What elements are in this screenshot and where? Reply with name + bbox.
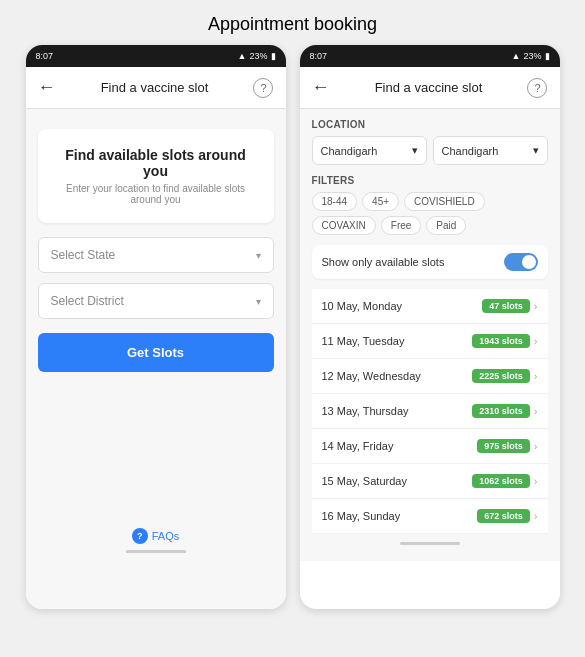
district-select-label: Select District [51,294,124,308]
scroll-indicator-1 [126,550,186,553]
slot-date: 13 May, Thursday [322,405,409,417]
slot-date: 14 May, Friday [322,440,394,452]
phone1-main: Find available slots around you Enter yo… [26,109,286,609]
status-time-1: 8:07 [36,51,54,61]
location-city-2: Chandigarh [442,145,499,157]
slot-right: 975 slots › [477,439,537,453]
slot-right: 2310 slots › [472,404,537,418]
slot-badge: 975 slots [477,439,530,453]
faqs-label: FAQs [152,530,180,542]
back-button-2[interactable]: ← [312,77,330,98]
chevron-right-icon: › [534,475,538,487]
chevron-right-icon: › [534,300,538,312]
chevron-right-icon: › [534,510,538,522]
hero-title: Find available slots around you [52,147,260,179]
toggle-row: Show only available slots [312,245,548,279]
slot-item[interactable]: 13 May, Thursday 2310 slots › [312,394,548,429]
status-battery-2: ▲ 23% ▮ [512,51,550,61]
slot-list: 10 May, Monday 47 slots › 11 May, Tuesda… [312,289,548,534]
back-button-1[interactable]: ← [38,77,56,98]
battery-icon: ▮ [271,51,276,61]
status-bar-2: 8:07 ▲ 23% ▮ [300,45,560,67]
slot-right: 672 slots › [477,509,537,523]
slot-right: 1062 slots › [472,474,537,488]
district-select-arrow: ▾ [256,296,261,307]
filter-chip[interactable]: Free [381,216,422,235]
chevron-right-icon: › [534,440,538,452]
filters-row: 18-4445+COVISHIELDCOVAXINFreePaid [312,192,548,235]
help-button-2[interactable]: ? [527,78,547,98]
slot-right: 2225 slots › [472,369,537,383]
toggle-label: Show only available slots [322,256,445,268]
get-slots-button[interactable]: Get Slots [38,333,274,372]
hero-card: Find available slots around you Enter yo… [38,129,274,223]
help-button-1[interactable]: ? [253,78,273,98]
slot-item[interactable]: 12 May, Wednesday 2225 slots › [312,359,548,394]
app-header-2: ← Find a vaccine slot ? [300,67,560,109]
district-select[interactable]: Select District ▾ [38,283,274,319]
slot-date: 10 May, Monday [322,300,403,312]
state-select[interactable]: Select State ▾ [38,237,274,273]
phone-2: 8:07 ▲ 23% ▮ ← Find a vaccine slot ? Loc… [300,45,560,609]
wifi-icon: ▲ [238,51,247,61]
location-arrow-1: ▾ [412,144,418,157]
slot-badge: 672 slots [477,509,530,523]
filter-chip[interactable]: COVISHIELD [404,192,485,211]
header-title-2: Find a vaccine slot [375,80,483,95]
battery-icon-2: ▮ [545,51,550,61]
filter-chip[interactable]: COVAXIN [312,216,376,235]
phone2-main: Location Chandigarh ▾ Chandigarh ▾ Filte… [300,109,560,561]
status-battery-1: ▲ 23% ▮ [238,51,276,61]
app-header-1: ← Find a vaccine slot ? [26,67,286,109]
slot-item[interactable]: 15 May, Saturday 1062 slots › [312,464,548,499]
slot-badge: 2225 slots [472,369,530,383]
location-select-1[interactable]: Chandigarh ▾ [312,136,427,165]
phones-container: 8:07 ▲ 23% ▮ ← Find a vaccine slot ? Fin… [0,45,585,609]
chevron-right-icon: › [534,405,538,417]
filters-label: Filters [312,175,548,186]
slot-badge: 1943 slots [472,334,530,348]
toggle-switch[interactable] [504,253,538,271]
header-title-1: Find a vaccine slot [101,80,209,95]
slot-date: 12 May, Wednesday [322,370,421,382]
state-select-arrow: ▾ [256,250,261,261]
slot-badge: 47 slots [482,299,530,313]
wifi-icon-2: ▲ [512,51,521,61]
status-bar-1: 8:07 ▲ 23% ▮ [26,45,286,67]
slot-date: 15 May, Saturday [322,475,407,487]
status-time-2: 8:07 [310,51,328,61]
slot-right: 1943 slots › [472,334,537,348]
hero-subtitle: Enter your location to find available sl… [52,183,260,205]
location-label: Location [312,119,548,130]
state-select-label: Select State [51,248,116,262]
location-arrow-2: ▾ [533,144,539,157]
slot-date: 11 May, Tuesday [322,335,405,347]
location-select-2[interactable]: Chandigarh ▾ [433,136,548,165]
chevron-right-icon: › [534,335,538,347]
location-city-1: Chandigarh [321,145,378,157]
slot-item[interactable]: 11 May, Tuesday 1943 slots › [312,324,548,359]
filter-chip[interactable]: Paid [426,216,466,235]
slot-date: 16 May, Sunday [322,510,401,522]
chevron-right-icon: › [534,370,538,382]
location-row: Chandigarh ▾ Chandigarh ▾ [312,136,548,165]
filter-chip[interactable]: 45+ [362,192,399,211]
slot-item[interactable]: 16 May, Sunday 672 slots › [312,499,548,534]
scroll-indicator-2 [400,542,460,545]
slot-badge: 1062 slots [472,474,530,488]
page-title: Appointment booking [0,0,585,45]
faq-icon: ? [132,528,148,544]
filter-chip[interactable]: 18-44 [312,192,358,211]
slot-right: 47 slots › [482,299,537,313]
faqs-row[interactable]: ? FAQs [38,512,274,544]
phone-1: 8:07 ▲ 23% ▮ ← Find a vaccine slot ? Fin… [26,45,286,609]
slot-badge: 2310 slots [472,404,530,418]
slot-item[interactable]: 10 May, Monday 47 slots › [312,289,548,324]
slot-item[interactable]: 14 May, Friday 975 slots › [312,429,548,464]
